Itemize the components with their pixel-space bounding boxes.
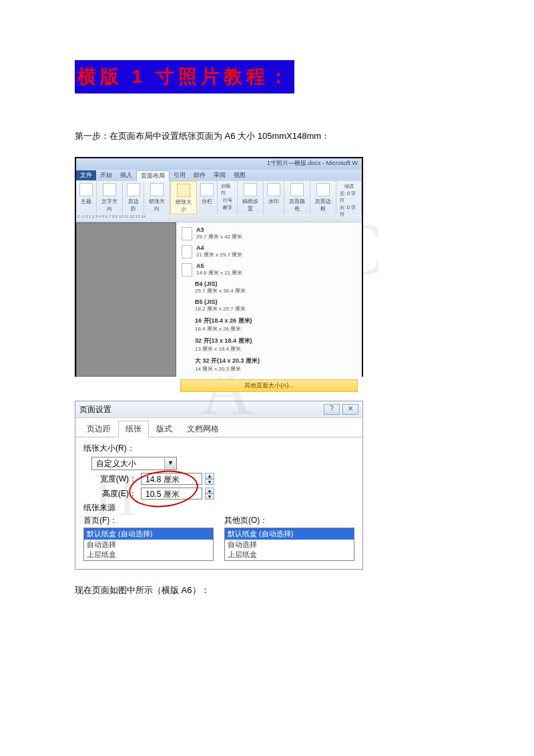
tab-margins[interactable]: 页边距 (79, 421, 118, 437)
paper-size-option[interactable]: B4 (JIS)25.7 厘米 x 36.4 厘米 (180, 279, 358, 297)
first-page-label: 首页(F)： (83, 515, 214, 526)
after-text: 现在页面如图中所示（横版 A6）： (75, 584, 459, 596)
ribbon-indent[interactable]: 缩进 左: 0 字符 右: 0 字符 (336, 181, 362, 214)
ribbon-margins[interactable]: 页边距 (123, 181, 144, 214)
step-1-text: 第一步：在页面布局中设置纸张页面为 A6 大小 105mmX148mm： (75, 130, 459, 142)
ribbon-columns[interactable]: 分栏 (197, 181, 218, 214)
paper-size-option[interactable]: A421 厘米 x 29.7 厘米 (180, 243, 358, 261)
paper-size-option[interactable]: 32 开(13 x 18.4 厘米)13 厘米 x 18.4 厘米 (180, 335, 358, 355)
page-setup-dialog: 页面设置 ? ✕ 页边距 纸张 版式 文档网格 纸张大小(R)： 自定义大小 ▼… (75, 401, 363, 570)
width-value: 14.8 厘米 (141, 473, 202, 485)
ribbon-themes[interactable]: 主题 (76, 181, 97, 214)
word-window-title: 1寸照片—横版.docx - Microsoft W (76, 158, 362, 170)
height-value: 10.5 厘米 (141, 488, 202, 500)
ribbon-orientation[interactable]: 纸张方向 (144, 181, 170, 214)
paper-size-value: 自定义大小 (92, 457, 164, 469)
ribbon-page-border[interactable]: 页面边框 (310, 181, 336, 214)
paper-size-option[interactable]: 大 32 开(14 x 20.3 厘米)14 厘米 x 20.3 厘米 (180, 355, 358, 375)
word-tab-view[interactable]: 视图 (230, 170, 250, 180)
width-spinner[interactable]: 14.8 厘米 ▲▼ (141, 473, 214, 485)
word-tab-home[interactable]: 开始 (96, 170, 116, 180)
word-document-area (76, 222, 176, 377)
word-tab-file[interactable]: 文件 (76, 170, 96, 180)
paper-source-label: 纸张来源 (83, 502, 354, 514)
tab-layout[interactable]: 版式 (149, 421, 180, 437)
page-title: 横版 1 寸照片教程： (75, 60, 294, 93)
paper-size-option[interactable]: A514.8 厘米 x 21 厘米 (180, 261, 358, 279)
other-pages-label: 其他页(O)： (224, 515, 354, 526)
width-label: 宽度(W)： (91, 474, 137, 485)
word-ribbon-tabs: 文件 开始 插入 页面布局 引用 邮件 审阅 视图 (76, 170, 362, 181)
ribbon-text-direction[interactable]: 文字方向 (97, 181, 123, 214)
height-spinner[interactable]: 10.5 厘米 ▲▼ (141, 488, 214, 500)
paper-size-section-label: 纸张大小(R)： (83, 443, 354, 454)
tab-grid[interactable]: 文档网格 (180, 421, 226, 437)
paper-size-combo[interactable]: 自定义大小 ▼ (91, 457, 177, 470)
chevron-down-icon: ▼ (164, 457, 176, 469)
paper-size-option[interactable]: 16 开(18.4 x 26 厘米)18.4 厘米 x 26 厘米 (180, 315, 358, 335)
more-sizes-button[interactable]: 其他页面大小(A)... (180, 379, 358, 392)
paper-size-dropdown: A329.7 厘米 x 42 厘米A421 厘米 x 29.7 厘米A514.8… (176, 222, 362, 377)
tab-paper[interactable]: 纸张 (118, 421, 149, 437)
word-tab-references[interactable]: 引用 (170, 170, 190, 180)
help-button[interactable]: ? (324, 404, 340, 415)
ribbon-paper-size[interactable]: 纸张大小 (170, 181, 197, 214)
paper-size-option[interactable]: A329.7 厘米 x 42 厘米 (180, 225, 358, 243)
ribbon-paper-settings[interactable]: 稿纸设置 (238, 181, 264, 214)
word-tab-insert[interactable]: 插入 (116, 170, 136, 180)
word-ribbon: 主题 文字方向 页边距 纸张方向 纸张大小 分栏 分隔符 行号 断字 稿纸设置 … (76, 181, 362, 214)
word-tab-layout[interactable]: 页面布局 (136, 170, 170, 181)
ribbon-watermark[interactable]: 水印 (264, 181, 284, 214)
first-page-list[interactable]: 默认纸盒 (自动选择) 自动选择 上层纸盒 (83, 528, 214, 561)
dialog-title: 页面设置 (79, 404, 111, 415)
paper-size-option[interactable]: B5 (JIS)18.2 厘米 x 25.7 厘米 (180, 297, 358, 315)
word-screenshot: 1寸照片—横版.docx - Microsoft W 文件 开始 插入 页面布局… (75, 157, 363, 377)
close-button[interactable]: ✕ (342, 404, 358, 415)
height-label: 高度(E)： (91, 488, 137, 500)
other-pages-list[interactable]: 默认纸盒 (自动选择) 自动选择 上层纸盒 (224, 528, 354, 561)
word-ruler: -2 -1 0 1 2 3 4 5 6 7 8 9 10 11 12 13 14 (76, 214, 362, 222)
ribbon-page-color[interactable]: 页面颜色 (284, 181, 310, 214)
word-tab-review[interactable]: 审阅 (210, 170, 230, 180)
ribbon-breaks[interactable]: 分隔符 行号 断字 (218, 181, 237, 214)
word-tab-mail[interactable]: 邮件 (190, 170, 210, 180)
